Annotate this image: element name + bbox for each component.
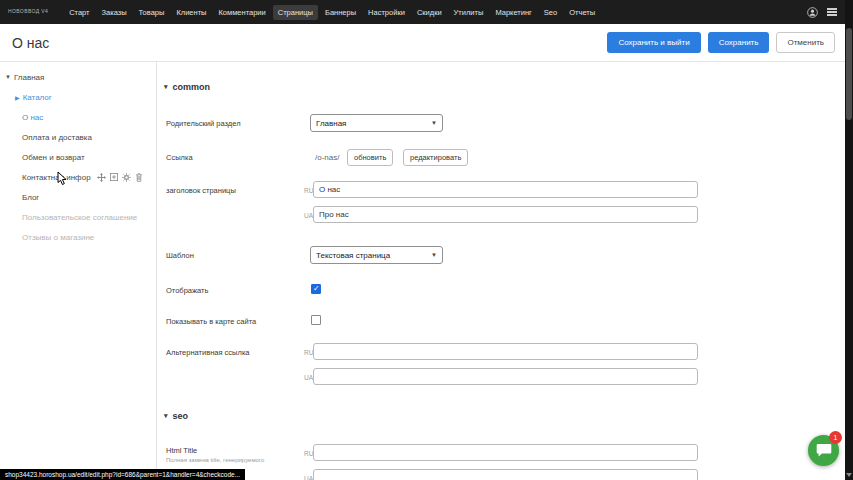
lang-ua-label: UA: [304, 475, 313, 480]
save-and-exit-button[interactable]: Сохранить и выйти: [607, 32, 700, 53]
chat-icon: [816, 443, 832, 458]
topbar-icons: [807, 7, 837, 18]
alt-link-ua-input[interactable]: [313, 368, 698, 385]
sidebar-tree: ▼Главная▶КаталогО насОплата и доставкаОб…: [0, 67, 156, 247]
menu-item-reports[interactable]: Отчеты: [564, 5, 600, 20]
menu-item-pages[interactable]: Страницы: [273, 5, 318, 20]
trash-icon[interactable]: [135, 173, 143, 182]
brand-logo[interactable]: НОВОВВОД V4 shop34423.horoshop.ua: [8, 9, 48, 15]
menu-icon[interactable]: [827, 7, 837, 17]
page-title: О нас: [12, 35, 607, 51]
menu-item-orders[interactable]: Заказы: [97, 5, 132, 20]
link-edit-button[interactable]: редактировать: [403, 149, 468, 166]
lang-ua-label: UA: [304, 212, 313, 219]
html-title-label: Html Title: [166, 446, 197, 455]
menu-item-start[interactable]: Старт: [64, 5, 94, 20]
sidebar-item-otzyvy-o-magazine[interactable]: Отзывы о магазине: [0, 227, 156, 247]
section-seo-title: seo: [173, 411, 189, 421]
account-icon[interactable]: [807, 7, 818, 18]
plus-icon[interactable]: [110, 173, 118, 181]
menu-item-products[interactable]: Товары: [134, 5, 170, 20]
link-label: Ссылка: [166, 153, 193, 162]
page-header: О нас Сохранить и выйти Сохранить Отмени…: [0, 24, 853, 62]
menu-item-utilities[interactable]: Утилиты: [449, 5, 489, 20]
html-title-ru-input[interactable]: [313, 444, 698, 461]
page-title-ua-input[interactable]: [313, 206, 698, 223]
lang-ru-label: RU: [304, 187, 313, 194]
main-panel: ▾ common Родительский раздел Главная ▼ С…: [158, 62, 845, 480]
chat-unread-badge: 1: [829, 431, 842, 444]
template-value: Текстовая страница: [316, 251, 390, 260]
scroll-down-icon[interactable]: [846, 473, 852, 477]
menu-item-comments[interactable]: Комментарии: [214, 5, 271, 20]
sidebar-item-polzovatelskoe-soglashenie[interactable]: Пользовательское соглашение: [0, 207, 156, 227]
chevron-down-icon: ▼: [431, 252, 437, 258]
scrollbar-thumb[interactable]: [846, 28, 852, 120]
sidebar-item-obmen-i-vozvrat[interactable]: Обмен и возврат: [0, 147, 156, 167]
status-url-bar: shop34423.horoshop.ua/edit/edit.php?id=6…: [0, 469, 245, 480]
sitemap-label: Показывать в карте сайта: [166, 317, 256, 326]
parent-section-value: Главная: [316, 119, 346, 128]
cancel-button[interactable]: Отменить: [776, 32, 835, 53]
sidebar-item-label: Каталог: [23, 93, 52, 102]
save-button[interactable]: Сохранить: [708, 32, 770, 53]
template-select[interactable]: Текстовая страница ▼: [310, 246, 443, 264]
sidebar-item-label: Пользовательское соглашение: [22, 213, 137, 222]
section-seo[interactable]: ▾ seo: [164, 411, 188, 421]
menu-item-marketing[interactable]: Маркетинг: [490, 5, 536, 20]
sidebar-item-o-nas[interactable]: О нас: [0, 107, 156, 127]
menu-item-seo[interactable]: Seo: [539, 5, 562, 20]
menu-item-clients[interactable]: Клиенты: [171, 5, 211, 20]
display-checkbox[interactable]: [311, 284, 321, 294]
page-title-label: заголовок страницы: [166, 186, 236, 195]
link-value: /o-nas/: [315, 153, 339, 162]
caret-right-icon[interactable]: ▶: [15, 94, 20, 101]
chevron-down-icon: ▼: [431, 120, 437, 126]
display-label: Отображать: [166, 286, 208, 295]
menu-item-settings[interactable]: Настройки: [363, 5, 410, 20]
sidebar-item-label: Отзывы о магазине: [22, 233, 94, 242]
topbar-menu: СтартЗаказыТоварыКлиентыКомментарииСтран…: [64, 5, 807, 20]
lang-ua-label: UA: [304, 374, 313, 381]
chat-widget-button[interactable]: 1: [808, 435, 839, 466]
sidebar-item-label: Блог: [22, 193, 39, 202]
sidebar-item-kontaktnaya-infor[interactable]: Контактная инфор: [0, 167, 156, 187]
brand-version: НОВОВВОД V4: [8, 9, 48, 15]
sidebar-item-label: О нас: [22, 113, 43, 122]
item-hover-tools: [97, 173, 143, 182]
lang-ru-label: RU: [304, 450, 313, 457]
sidebar-item-label: Обмен и возврат: [22, 153, 85, 162]
section-common-title: common: [173, 82, 211, 92]
collapse-seo-icon[interactable]: ▾: [164, 412, 168, 420]
sidebar-item-glavnaya[interactable]: ▼Главная: [0, 67, 156, 87]
menu-item-discounts[interactable]: Скидки: [412, 5, 447, 20]
link-refresh-button[interactable]: обновить: [347, 149, 393, 166]
sidebar-item-label: Оплата и доставка: [22, 133, 92, 142]
parent-section-label: Родительский раздел: [166, 119, 241, 128]
sidebar-item-katalog[interactable]: ▶Каталог: [0, 87, 156, 107]
sidebar: ▼Главная▶КаталогО насОплата и доставкаОб…: [0, 62, 157, 480]
collapse-common-icon[interactable]: ▾: [164, 83, 168, 91]
sidebar-item-blog[interactable]: Блог: [0, 187, 156, 207]
page-scrollbar[interactable]: [845, 0, 853, 480]
section-common[interactable]: ▾ common: [164, 82, 210, 92]
alt-link-ru-input[interactable]: [313, 343, 698, 360]
html-title-ua-input[interactable]: [313, 469, 698, 480]
move-icon[interactable]: [97, 173, 106, 182]
parent-section-select[interactable]: Главная ▼: [310, 114, 443, 132]
sidebar-item-oplata-i-dostavka[interactable]: Оплата и доставка: [0, 127, 156, 147]
alt-link-label: Альтернативная ссылка: [166, 348, 250, 357]
lang-ru-label: RU: [304, 349, 313, 356]
caret-down-icon[interactable]: ▼: [5, 74, 11, 80]
gear-icon[interactable]: [122, 173, 131, 182]
sidebar-item-label: Главная: [14, 73, 44, 82]
topbar: НОВОВВОД V4 shop34423.horoshop.ua СтартЗ…: [0, 0, 853, 24]
sitemap-checkbox[interactable]: [311, 315, 321, 325]
page-title-ru-input[interactable]: [313, 181, 698, 198]
html-title-hint: Полная замена title, генерируемого: [166, 457, 311, 465]
template-label: Шаблон: [166, 251, 194, 260]
sidebar-item-label: Контактная инфор: [22, 173, 91, 182]
menu-item-banners[interactable]: Баннеры: [320, 5, 361, 20]
